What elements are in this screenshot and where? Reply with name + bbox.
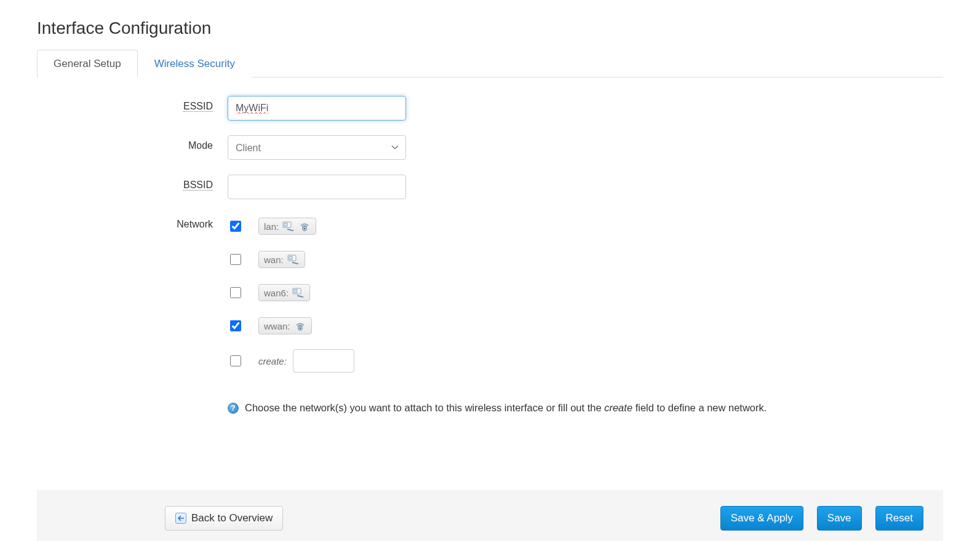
label-bssid: BSSID [183, 180, 213, 191]
back-to-overview-button[interactable]: Back to Overview [165, 506, 283, 531]
network-badge-label: wan6: [264, 288, 289, 298]
network-checkbox-create[interactable] [230, 355, 241, 366]
network-badge-label: wan: [264, 255, 284, 265]
label-mode: Mode [188, 140, 213, 151]
svg-rect-5 [289, 256, 292, 259]
back-to-overview-label: Back to Overview [191, 512, 273, 524]
network-badge: wwan: [258, 317, 312, 334]
network-row-create: create: [228, 349, 767, 373]
page-title: Interface Configuration [37, 18, 943, 38]
reset-button[interactable]: Reset [875, 506, 923, 531]
arrow-left-icon [175, 513, 186, 524]
wifi-antenna-icon [294, 320, 306, 331]
network-badge: wan: [258, 251, 305, 268]
network-help-text-content: Choose the network(s) you want to attach… [245, 402, 767, 414]
network-badge: wan6: [258, 284, 310, 301]
wifi-antenna-icon [298, 221, 311, 232]
essid-input[interactable] [228, 96, 406, 120]
network-badge: lan: [258, 218, 316, 235]
save-and-apply-button[interactable]: Save & Apply [720, 506, 803, 531]
svg-rect-1 [284, 223, 287, 226]
network-checkbox-wan[interactable] [230, 254, 241, 265]
help-icon: ? [228, 403, 239, 414]
label-network: Network [177, 219, 213, 229]
network-help-text: ?Choose the network(s) you want to attac… [228, 402, 767, 414]
network-row: wan6: [228, 283, 767, 302]
network-badge-label: lan: [264, 221, 279, 232]
network-checkbox-wwan[interactable] [230, 320, 241, 331]
network-badge-label: wwan: [264, 321, 290, 331]
network-checkbox-wan6[interactable] [230, 287, 241, 298]
save-button[interactable]: Save [817, 506, 862, 531]
tabbar: General Setup Wireless Security [37, 49, 943, 77]
network-row: wwan: [228, 316, 767, 336]
network-row: lan: [228, 216, 767, 236]
label-essid: ESSID [183, 101, 213, 112]
svg-point-9 [299, 328, 300, 329]
network-create-input[interactable] [293, 349, 354, 373]
ethernet-port-icon [287, 254, 300, 265]
network-row: wan: [228, 250, 767, 269]
svg-rect-7 [294, 290, 297, 293]
ethernet-port-icon [292, 287, 305, 298]
tab-general-setup[interactable]: General Setup [37, 50, 138, 77]
bssid-input[interactable] [228, 175, 406, 199]
network-options: lan:wan:wan6:wwan:create:?Choose the net… [228, 214, 767, 414]
mode-select[interactable]: Client [228, 135, 406, 160]
svg-point-3 [304, 228, 305, 229]
ethernet-port-icon [282, 221, 295, 232]
tab-wireless-security[interactable]: Wireless Security [138, 50, 252, 77]
network-create-label: create: [258, 356, 287, 366]
footer-bar: Back to Overview Save & Apply Save Reset [37, 490, 943, 541]
network-checkbox-lan[interactable] [230, 221, 241, 232]
